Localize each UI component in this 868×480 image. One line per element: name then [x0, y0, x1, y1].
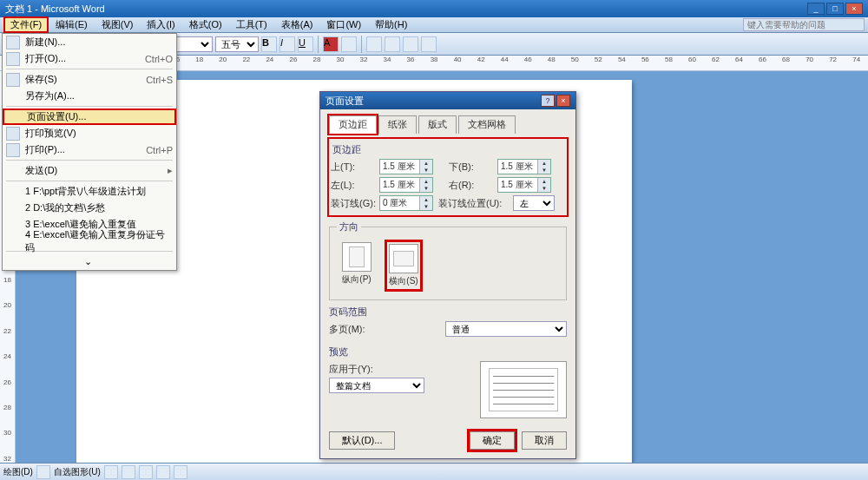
gutter-input[interactable]: 0 厘米▲▼ — [379, 195, 433, 211]
menu-edit[interactable]: 编辑(E) — [49, 16, 95, 33]
dialog-title: 页面设置 — [326, 95, 364, 108]
printer-icon — [6, 143, 20, 157]
pointer-icon[interactable] — [36, 465, 50, 479]
oval-icon[interactable] — [156, 465, 170, 479]
menu-new[interactable]: 新建(N)... — [3, 34, 176, 50]
menu-help[interactable]: 帮助(H) — [368, 16, 414, 33]
tab-margins[interactable]: 页边距 — [329, 115, 377, 134]
label-left: 左(L): — [331, 179, 376, 192]
label-applyto: 应用于(Y): — [329, 363, 424, 376]
cancel-button[interactable]: 取消 — [522, 431, 567, 450]
menu-send[interactable]: 发送(D)▸ — [3, 162, 176, 179]
help-search-input[interactable] — [743, 18, 865, 31]
disk-icon — [6, 73, 20, 87]
align-center-icon[interactable] — [385, 36, 400, 52]
menu-recent-1[interactable]: 1 F:\ppt背景\八年级道法计划 — [3, 183, 176, 200]
menu-print-preview[interactable]: 打印预览(V) — [3, 125, 176, 141]
textbox-icon[interactable] — [174, 465, 187, 479]
preview-legend: 预览 — [329, 345, 567, 358]
menu-save[interactable]: 保存(S)Ctrl+S — [3, 71, 176, 88]
arrow-icon[interactable] — [122, 465, 135, 479]
orientation-group: 方向 纵向(P) 横向(S) — [329, 220, 567, 300]
menu-table[interactable]: 表格(A) — [274, 16, 320, 33]
dialog-titlebar[interactable]: 页面设置 ? × — [320, 92, 575, 109]
margin-right-input[interactable]: 1.5 厘米▲▼ — [497, 177, 551, 193]
bold-icon[interactable]: B — [261, 36, 277, 52]
label-bottom: 下(B): — [449, 161, 494, 174]
titlebar: 文档 1 - Microsoft Word _ □ × — [0, 0, 868, 17]
orientation-landscape[interactable]: 横向(S) — [387, 242, 420, 289]
border-icon[interactable] — [341, 36, 357, 52]
ok-button[interactable]: 确定 — [470, 431, 515, 450]
menu-recent-2[interactable]: 2 D:\我的文档\乡愁 — [3, 200, 176, 216]
menu-window[interactable]: 窗口(W) — [319, 16, 368, 33]
minimize-button[interactable]: _ — [807, 3, 825, 15]
default-button[interactable]: 默认(D)... — [329, 431, 395, 450]
margins-legend: 页边距 — [332, 143, 565, 156]
menu-file[interactable]: 文件(F) — [3, 16, 49, 33]
new-icon — [6, 36, 20, 49]
label-top: 上(T): — [331, 161, 376, 174]
preview-icon — [6, 127, 20, 141]
rect-icon[interactable] — [139, 465, 153, 479]
menu-recent-4[interactable]: 4 E:\excel\避免输入重复身份证号码 — [3, 233, 176, 249]
drawing-toolbar: 绘图(D) 自选图形(U) — [0, 463, 868, 480]
maximize-button[interactable]: □ — [826, 3, 844, 15]
menu-print[interactable]: 打印(P)...Ctrl+P — [3, 141, 176, 158]
line-icon[interactable] — [104, 465, 118, 479]
label-gutter: 装订线(G): — [331, 197, 376, 210]
align-right-icon[interactable] — [403, 36, 418, 52]
pages-legend: 页码范围 — [329, 306, 567, 319]
italic-icon[interactable]: I — [279, 36, 295, 52]
close-button[interactable]: × — [845, 3, 863, 15]
dialog-close-button[interactable]: × — [556, 95, 570, 107]
menu-page-setup[interactable]: 页面设置(U)... — [3, 108, 176, 125]
menu-saveas[interactable]: 另存为(A)... — [3, 88, 176, 104]
multipage-select[interactable]: 普通 — [445, 321, 567, 337]
menu-format[interactable]: 格式(O) — [182, 16, 229, 33]
align-left-icon[interactable] — [366, 36, 382, 52]
preview-group: 预览 应用于(Y): 整篇文档 — [329, 342, 567, 424]
orientation-portrait[interactable]: 纵向(P) — [342, 242, 372, 286]
help-button[interactable]: ? — [541, 95, 555, 107]
menubar: 文件(F) 编辑(E) 视图(V) 插入(I) 格式(O) 工具(T) 表格(A… — [0, 17, 868, 33]
folder-icon — [6, 52, 20, 66]
page-setup-dialog: 页面设置 ? × 页边距 纸张 版式 文档网格 页边距 上(T): 1.5 厘米… — [319, 91, 576, 459]
menu-expand[interactable]: ⌄ — [3, 253, 176, 270]
gutter-pos-select[interactable]: 左 — [513, 195, 555, 211]
label-right: 右(R): — [449, 179, 494, 192]
autoshape-menu[interactable]: 自选图形(U) — [54, 466, 101, 478]
app-title: 文档 1 - Microsoft Word — [5, 3, 105, 16]
menu-open[interactable]: 打开(O)...Ctrl+O — [3, 50, 176, 67]
font-color-icon[interactable]: A — [323, 36, 339, 52]
tab-layout[interactable]: 版式 — [418, 115, 457, 134]
preview-pane — [480, 361, 567, 418]
label-multipage: 多页(M): — [329, 323, 381, 336]
menu-insert[interactable]: 插入(I) — [140, 16, 181, 33]
menu-view[interactable]: 视图(V) — [95, 16, 141, 33]
draw-menu[interactable]: 绘图(D) — [3, 466, 33, 478]
menu-tools[interactable]: 工具(T) — [229, 16, 274, 33]
margin-bottom-input[interactable]: 1.5 厘米▲▼ — [497, 159, 551, 174]
applyto-select[interactable]: 整篇文档 — [329, 378, 424, 393]
label-gutter-pos: 装订线位置(U): — [438, 197, 510, 210]
orientation-legend: 方向 — [337, 220, 361, 233]
tab-grid[interactable]: 文档网格 — [458, 115, 516, 134]
align-justify-icon[interactable] — [421, 36, 437, 52]
margin-top-input[interactable]: 1.5 厘米▲▼ — [379, 159, 433, 174]
margin-left-input[interactable]: 1.5 厘米▲▼ — [379, 177, 433, 193]
file-menu-dropdown: 新建(N)... 打开(O)...Ctrl+O 保存(S)Ctrl+S 另存为(… — [2, 33, 177, 271]
size-select[interactable]: 五号 — [215, 36, 259, 52]
underline-icon[interactable]: U — [298, 36, 313, 52]
tab-paper[interactable]: 纸张 — [378, 115, 417, 134]
dialog-tabs: 页边距 纸张 版式 文档网格 — [329, 115, 567, 133]
